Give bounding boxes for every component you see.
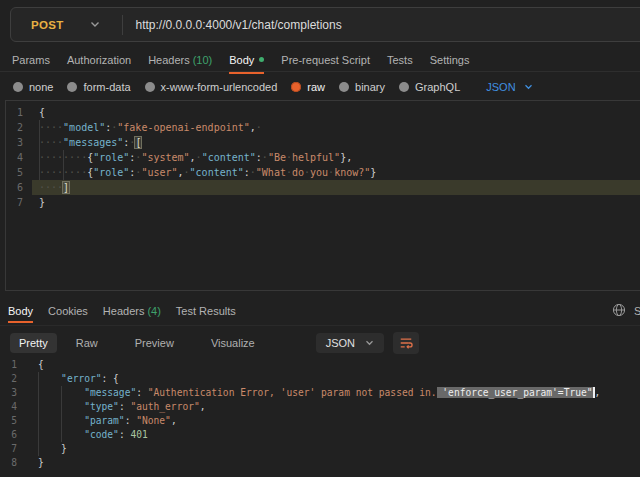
code-token: 401 <box>130 429 147 440</box>
code-token <box>38 373 61 384</box>
code-token: ···· <box>39 122 63 133</box>
radio-label: binary <box>355 81 385 93</box>
postman-window: POST http://0.0.0.0:4000/v1/chat/complet… <box>0 0 640 477</box>
code-token: } <box>370 167 376 178</box>
body-type-GraphQL[interactable]: GraphQL <box>399 81 460 93</box>
code-token <box>38 429 84 440</box>
language-label: JSON <box>326 337 355 349</box>
body-type-form-data[interactable]: form-data <box>67 81 130 93</box>
response-tab-body[interactable]: Body <box>8 305 33 317</box>
wrap-text-icon <box>399 336 413 350</box>
tab-params[interactable]: Params <box>12 54 50 68</box>
code-token: ] <box>63 182 69 193</box>
line-number: 1 <box>0 358 26 372</box>
status-text-clipped: St <box>634 305 640 317</box>
globe-icon[interactable] <box>612 303 626 319</box>
line-number: 6 <box>6 180 32 195</box>
code-line[interactable]: 1{ <box>6 105 640 120</box>
code-content: "type": "auth_error", <box>38 400 206 414</box>
view-tab-visualize[interactable]: Visualize <box>202 333 264 353</box>
response-tab-test-results[interactable]: Test Results <box>176 305 236 317</box>
code-line[interactable]: 7 } <box>0 442 640 456</box>
body-type-x-www-form-urlencoded[interactable]: x-www-form-urlencoded <box>145 81 278 93</box>
body-type-raw[interactable]: raw <box>291 81 325 93</box>
code-token: : { <box>102 373 119 384</box>
code-token: ········ <box>39 152 87 163</box>
code-token: "role" <box>93 152 129 163</box>
code-token: know?" <box>334 167 370 178</box>
line-number: 3 <box>0 386 26 400</box>
code-content: ····"model":·"fake-openai-endpoint",· <box>39 120 262 135</box>
language-chevron-down-icon <box>365 340 374 346</box>
body-language-selector[interactable]: JSON <box>486 81 532 93</box>
code-token: "fake-openai-endpoint" <box>117 122 249 133</box>
code-line[interactable]: 3 "message": "Authentication Error, 'use… <box>0 386 640 400</box>
radio-label: GraphQL <box>415 81 460 93</box>
code-line[interactable]: 1{ <box>0 358 640 372</box>
code-token <box>38 415 84 426</box>
tab-pre-request-script[interactable]: Pre-request Script <box>281 54 370 68</box>
code-line[interactable]: 5········{"role":·"user",·"content":·"Wh… <box>6 165 640 180</box>
tab-headers[interactable]: Headers(10) <box>148 54 212 68</box>
code-token: [ <box>135 137 141 148</box>
request-body-editor[interactable]: 1{2····"model":·"fake-openai-endpoint",·… <box>5 100 640 291</box>
tab-count-badge: (4) <box>147 305 160 317</box>
code-line[interactable]: 6····] <box>6 180 640 195</box>
code-content: } <box>38 442 67 456</box>
selected-text: 'enforce_user_param'=True" <box>437 387 593 398</box>
code-content: } <box>38 456 44 470</box>
tab-body[interactable]: Body <box>229 54 264 68</box>
tab-label: Body <box>229 54 254 66</box>
code-line[interactable]: 6 "code": 401 <box>0 428 640 442</box>
code-token: : <box>136 387 148 398</box>
body-type-binary[interactable]: binary <box>339 81 385 93</box>
code-token: { <box>39 107 45 118</box>
code-content: { <box>39 105 45 120</box>
tab-count-badge: (10) <box>193 54 213 66</box>
radio-label: form-data <box>83 81 130 93</box>
code-line[interactable]: 2····"model":·"fake-openai-endpoint",· <box>6 120 640 135</box>
radio-icon <box>13 82 23 92</box>
code-line[interactable]: 4········{"role":·"system",·"content":·"… <box>6 150 640 165</box>
code-line[interactable]: 3····"messages":·[ <box>6 135 640 150</box>
active-tab-underline <box>8 321 33 323</box>
code-token: , <box>200 401 206 412</box>
code-line[interactable]: 8} <box>0 456 640 470</box>
response-tab-cookies[interactable]: Cookies <box>48 305 88 317</box>
body-type-none[interactable]: none <box>13 81 53 93</box>
code-line[interactable]: 5 "param": "None", <box>0 414 640 428</box>
method-selector[interactable]: POST <box>11 19 64 31</box>
line-number: 7 <box>6 195 32 210</box>
code-token: "role" <box>93 167 129 178</box>
tab-authorization[interactable]: Authorization <box>67 54 131 68</box>
response-tab-headers[interactable]: Headers(4) <box>103 305 161 317</box>
tab-settings[interactable]: Settings <box>430 54 470 68</box>
code-content: ····] <box>39 180 69 195</box>
radio-icon <box>399 82 409 92</box>
response-body-viewer[interactable]: 1{2 "error": {3 "message": "Authenticati… <box>0 356 640 477</box>
code-token: "What <box>256 167 286 178</box>
line-number: 2 <box>0 372 26 386</box>
view-tab-preview[interactable]: Preview <box>126 333 183 353</box>
response-view-tabs: PrettyRawPreviewVisualizeJSON <box>10 331 419 355</box>
code-content: "param": "None", <box>38 414 177 428</box>
view-tab-raw[interactable]: Raw <box>67 333 107 353</box>
code-token: helpful" <box>292 152 340 163</box>
method-chevron-down-icon[interactable] <box>90 21 100 28</box>
line-number: 1 <box>6 105 32 120</box>
code-line[interactable]: 7} <box>6 195 640 210</box>
language-chevron-down-icon <box>524 84 533 90</box>
code-content: "code": 401 <box>38 428 148 442</box>
code-line[interactable]: 4 "type": "auth_error", <box>0 400 640 414</box>
tab-label: Headers <box>103 305 145 317</box>
code-token: "content" <box>190 167 244 178</box>
tab-tests[interactable]: Tests <box>387 54 413 68</box>
body-type-options: noneform-datax-www-form-urlencodedrawbin… <box>13 77 533 97</box>
line-number: 7 <box>0 442 26 456</box>
response-language-selector[interactable]: JSON <box>316 333 384 353</box>
url-input[interactable]: http://0.0.0.0:4000/v1/chat/completions <box>136 18 342 32</box>
code-token: : <box>119 429 131 440</box>
view-tab-pretty[interactable]: Pretty <box>10 333 57 353</box>
code-line[interactable]: 2 "error": { <box>0 372 640 386</box>
wrap-text-button[interactable] <box>393 332 419 354</box>
